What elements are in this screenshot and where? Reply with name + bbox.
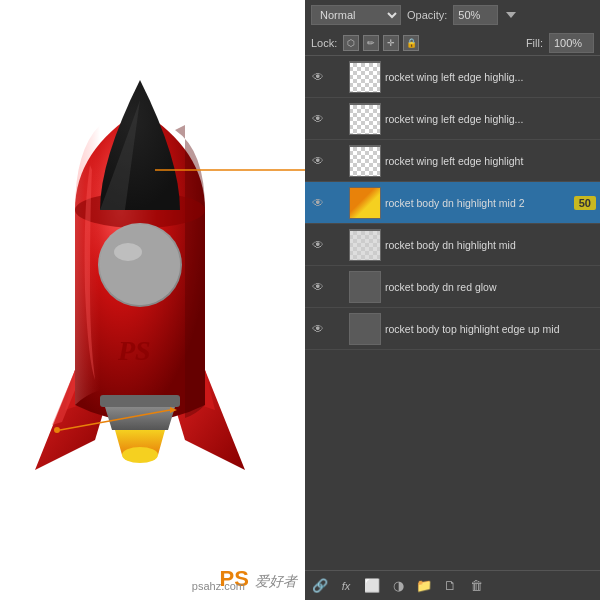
layer-name: rocket wing left edge highlig... <box>385 113 596 125</box>
svg-point-5 <box>114 243 142 261</box>
blend-mode-select[interactable]: Normal <box>311 5 401 25</box>
fill-label: Fill: <box>526 37 543 49</box>
opacity-arrow-icon <box>504 8 518 22</box>
adjustment-icon[interactable]: ◑ <box>389 577 407 595</box>
lock-label: Lock: <box>311 37 337 49</box>
fx-icon[interactable]: fx <box>337 577 355 595</box>
delete-icon[interactable]: 🗑 <box>467 577 485 595</box>
layer-thumbnail <box>349 103 381 135</box>
layer-link-icon <box>331 154 345 168</box>
layer-thumbnail <box>349 145 381 177</box>
layer-name: rocket wing left edge highlight <box>385 155 596 167</box>
layer-thumbnail <box>349 271 381 303</box>
position-lock-icon[interactable]: ✛ <box>383 35 399 51</box>
svg-point-7 <box>122 447 158 463</box>
lock-bar: Lock: ⬡ ✏ ✛ 🔒 Fill: <box>305 30 600 56</box>
layer-name: rocket body top highlight edge up mid <box>385 323 596 335</box>
layers-list: 👁 rocket wing left edge highlig... 👁 roc… <box>305 56 600 570</box>
layers-panel: Normal Opacity: Lock: ⬡ ✏ ✛ 🔒 Fill: 👁 ro… <box>305 0 600 600</box>
layer-thumbnail <box>349 187 381 219</box>
layer-item[interactable]: 👁 rocket body top highlight edge up mid <box>305 308 600 350</box>
fill-input[interactable] <box>549 33 594 53</box>
layer-link-icon <box>331 280 345 294</box>
layer-link-icon <box>331 70 345 84</box>
layer-link-icon <box>331 196 345 210</box>
lock-icons: ⬡ ✏ ✛ 🔒 <box>343 35 419 51</box>
svg-text:PS: PS <box>117 335 151 366</box>
layer-item[interactable]: 👁 rocket wing left edge highlig... <box>305 56 600 98</box>
layer-thumbnail <box>349 229 381 261</box>
svg-point-4 <box>100 225 180 305</box>
layer-name: rocket body dn red glow <box>385 281 596 293</box>
layer-item[interactable]: 👁 rocket body dn highlight mid <box>305 224 600 266</box>
layer-opacity-badge: 50 <box>574 196 596 210</box>
brush-lock-icon[interactable]: ✏ <box>363 35 379 51</box>
layer-name: rocket wing left edge highlig... <box>385 71 596 83</box>
opacity-input[interactable] <box>453 5 498 25</box>
layer-visibility-toggle[interactable]: 👁 <box>309 110 327 128</box>
layer-name: rocket body dn highlight mid <box>385 239 596 251</box>
all-lock-icon[interactable]: 🔒 <box>403 35 419 51</box>
checkerboard-lock-icon[interactable]: ⬡ <box>343 35 359 51</box>
watermark-domain: psahz.com <box>192 580 245 592</box>
mask-icon[interactable]: ⬜ <box>363 577 381 595</box>
layer-item[interactable]: 👁 rocket wing left edge highlig... <box>305 98 600 140</box>
layer-thumbnail <box>349 313 381 345</box>
folder-icon[interactable]: 📁 <box>415 577 433 595</box>
layer-visibility-toggle[interactable]: 👁 <box>309 152 327 170</box>
opacity-label: Opacity: <box>407 9 447 21</box>
layer-item[interactable]: 👁 rocket body dn red glow <box>305 266 600 308</box>
layer-item[interactable]: 👁 rocket wing left edge highlight <box>305 140 600 182</box>
layer-options-bar: Normal Opacity: <box>305 0 600 30</box>
layers-bottom-bar: 🔗 fx ⬜ ◑ 📁 🗋 🗑 <box>305 570 600 600</box>
layer-visibility-toggle[interactable]: 👁 <box>309 194 327 212</box>
link-icon[interactable]: 🔗 <box>311 577 329 595</box>
layer-visibility-toggle[interactable]: 👁 <box>309 320 327 338</box>
layer-link-icon <box>331 322 345 336</box>
new-layer-icon[interactable]: 🗋 <box>441 577 459 595</box>
rocket-illustration: PS <box>10 10 295 570</box>
svg-rect-6 <box>100 395 180 407</box>
layer-link-icon <box>331 112 345 126</box>
layer-visibility-toggle[interactable]: 👁 <box>309 236 327 254</box>
layer-visibility-toggle[interactable]: 👁 <box>309 68 327 86</box>
layer-name: rocket body dn highlight mid 2 <box>385 197 570 209</box>
svg-marker-14 <box>506 12 516 18</box>
left-panel: PS PS 爱好者 psahz.com <box>0 0 305 600</box>
layer-visibility-toggle[interactable]: 👁 <box>309 278 327 296</box>
layer-item-active[interactable]: 👁 rocket body dn highlight mid 2 50 <box>305 182 600 224</box>
layer-link-icon <box>331 238 345 252</box>
layer-thumbnail <box>349 61 381 93</box>
